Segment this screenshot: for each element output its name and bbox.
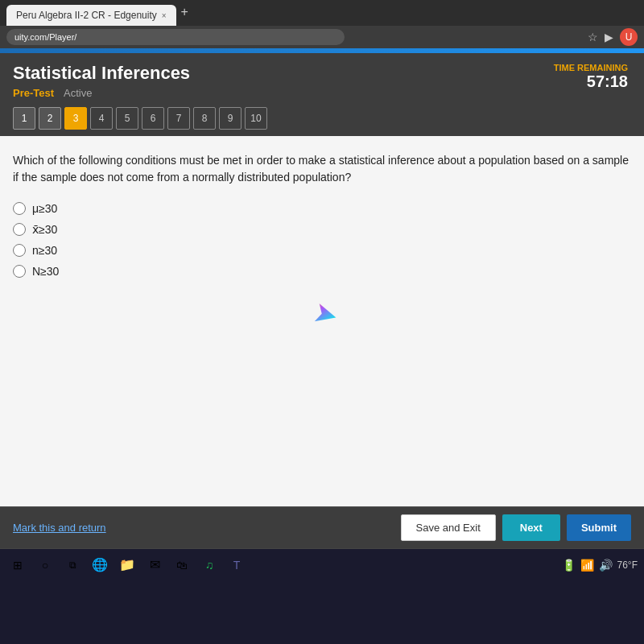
bottom-bar: Mark this and return Save and Exit Next … (0, 506, 644, 548)
question-text: Which of the following conditions must b… (13, 152, 631, 186)
question-nav-2[interactable]: 2 (39, 107, 61, 130)
question-nav-9[interactable]: 9 (219, 107, 242, 130)
battery-icon: 🔋 (562, 559, 576, 572)
next-button[interactable]: Next (502, 514, 560, 541)
radio-d[interactable] (13, 265, 26, 278)
mail-icon[interactable]: ✉ (143, 554, 166, 576)
mark-return-link[interactable]: Mark this and return (13, 522, 106, 534)
choice-b[interactable]: x̄≥30 (13, 223, 631, 236)
teams-icon[interactable]: T (225, 554, 248, 576)
choice-label-a: μ≥30 (32, 202, 57, 215)
bookmark-icon[interactable]: ☆ (588, 31, 598, 43)
page-subtitle: Pre-Test Active (13, 87, 267, 99)
extension-icon[interactable]: ▶ (605, 31, 613, 43)
choice-d[interactable]: N≥30 (13, 265, 631, 278)
time-block: TIME REMAINING 57:18 (554, 63, 631, 91)
header-row: Statistical Inferences Pre-Test Active 1… (13, 63, 631, 136)
pre-test-label: Pre-Test (13, 87, 54, 99)
weather-temp: 76°F (617, 559, 638, 571)
question-nav-5[interactable]: 5 (116, 107, 138, 130)
question-nav-6[interactable]: 6 (142, 107, 164, 130)
bottom-buttons: Save and Exit Next Submit (401, 514, 631, 541)
radio-b[interactable] (13, 223, 26, 236)
radio-a[interactable] (13, 202, 26, 215)
choice-c[interactable]: n≥30 (13, 244, 631, 257)
choice-a[interactable]: μ≥30 (13, 202, 631, 215)
question-nav-4[interactable]: 4 (90, 107, 113, 130)
tab-close-icon[interactable]: × (162, 11, 167, 20)
browser-chrome: Peru Algebra II-2 CR - Edgenuity × + ☆ ▶… (0, 0, 644, 48)
tab-bar: Peru Algebra II-2 CR - Edgenuity × + (0, 0, 644, 26)
browser-icons: ☆ ▶ U (588, 28, 638, 46)
volume-icon: 🔊 (599, 559, 613, 572)
taskbar: ⊞ ○ ⧉ 🌐 📁 ✉ 🛍 ♫ T 🔋 📶 🔊 76°F (0, 548, 644, 580)
question-nav-3[interactable]: 3 (64, 107, 87, 130)
search-icon[interactable]: ○ (34, 554, 56, 576)
new-tab-button[interactable]: + (181, 5, 188, 19)
address-input[interactable] (6, 29, 345, 45)
question-nav: 12345678910 (13, 107, 267, 130)
page-title: Statistical Inferences (13, 63, 267, 84)
submit-button[interactable]: Submit (567, 514, 631, 541)
choice-label-c: n≥30 (32, 244, 57, 257)
radio-c[interactable] (13, 244, 26, 257)
main-content: Statistical Inferences Pre-Test Active 1… (0, 53, 644, 548)
time-label: TIME REMAINING (554, 63, 628, 72)
store-icon[interactable]: 🛍 (171, 554, 193, 576)
question-nav-1[interactable]: 1 (13, 107, 35, 130)
task-view-icon[interactable]: ⧉ (61, 554, 84, 576)
active-label: Active (64, 87, 92, 99)
spotify-icon[interactable]: ♫ (198, 554, 221, 576)
choice-label-d: N≥30 (32, 265, 59, 278)
edge-icon[interactable]: 🌐 (89, 554, 111, 576)
active-tab[interactable]: Peru Algebra II-2 CR - Edgenuity × (6, 5, 176, 26)
answer-choices: μ≥30x̄≥30n≥30N≥30 (13, 202, 631, 278)
cursor-decoration: ➤ (314, 297, 338, 331)
question-nav-8[interactable]: 8 (193, 107, 216, 130)
profile-icon[interactable]: U (620, 28, 638, 46)
question-nav-7[interactable]: 7 (167, 107, 190, 130)
explorer-icon[interactable]: 📁 (116, 554, 138, 576)
time-value: 57:18 (554, 72, 628, 91)
address-bar: ☆ ▶ U (0, 26, 644, 48)
taskbar-right: 🔋 📶 🔊 76°F (562, 559, 638, 572)
choice-label-b: x̄≥30 (32, 223, 57, 236)
cursor-arrow-icon: ➤ (310, 295, 342, 333)
tab-title: Peru Algebra II-2 CR - Edgenuity (16, 10, 157, 21)
question-nav-10[interactable]: 10 (245, 107, 267, 130)
question-area: Which of the following conditions must b… (0, 136, 644, 506)
wifi-icon: 📶 (580, 559, 594, 572)
page-header: Statistical Inferences Pre-Test Active 1… (0, 53, 644, 136)
save-exit-button[interactable]: Save and Exit (401, 514, 496, 541)
windows-icon[interactable]: ⊞ (6, 554, 29, 576)
